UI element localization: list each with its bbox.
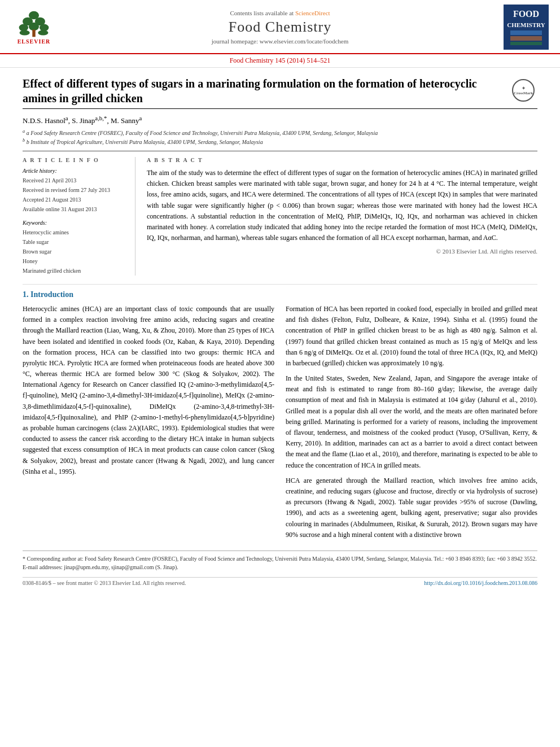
crossmark-logo: ✦ CrossMark — [509, 76, 537, 104]
abstract-col: A B S T R A C T The aim of the study was… — [147, 157, 537, 276]
sciencedirect-link[interactable]: ScienceDirect — [295, 10, 330, 16]
logo-chemistry-text: CHEMISTRY — [507, 21, 545, 29]
sup-a: a — [65, 115, 68, 121]
copyright-line: © 2013 Elsevier Ltd. All rights reserved… — [147, 248, 537, 255]
svg-point-4 — [29, 22, 39, 30]
header-left: ELSEVIER — [11, 5, 56, 50]
svg-point-8 — [38, 30, 48, 35]
sciencedirect-line: Contents lists available at ScienceDirec… — [230, 10, 330, 16]
logo-decoration-icon — [509, 29, 543, 46]
article-info-label: A R T I C L E I N F O — [23, 157, 126, 163]
abstract-text: The aim of the study was to determine th… — [147, 168, 537, 243]
keywords-section: Keywords: Heterocyclic amines Table suga… — [23, 220, 126, 276]
history-label: Article history: — [23, 168, 126, 174]
sup-a2: a — [139, 115, 142, 121]
body-para-r2: In the United States, Sweden, New Zealan… — [286, 373, 537, 471]
svg-rect-11 — [510, 42, 542, 45]
author-hasnol: N.D.S. Hasnola — [23, 116, 68, 125]
keyword-2: Table sugar — [23, 237, 126, 247]
keyword-1: Heterocyclic amines — [23, 228, 126, 237]
history-group: Article history: Received 21 April 2013 … — [23, 168, 126, 214]
crossmark-icon: ✦ CrossMark — [512, 79, 535, 102]
svg-rect-6 — [32, 29, 35, 37]
elsevier-tree-icon — [17, 10, 51, 38]
footnote-email: E-mail addresses: jinap@upm.edu.my, sjin… — [23, 563, 537, 571]
revised-date: Received in revised form 27 July 2013 — [23, 185, 126, 195]
food-chemistry-logo: FOOD CHEMISTRY — [504, 5, 549, 50]
journal-homepage: journal homepage: www.elsevier.com/locat… — [212, 38, 348, 45]
body-left-col: Heterocyclic amines (HCA) are an importa… — [23, 304, 274, 545]
affiliation-a: a a Food Safety Research Centre (FOSREC)… — [23, 129, 537, 136]
section-title: Introduction — [30, 290, 73, 299]
journal-title-main: Food Chemistry — [229, 19, 331, 36]
bottom-bar: 0308-8146/$ – see front matter © 2013 El… — [23, 577, 537, 586]
author-jinap: S. Jinapa,b,* — [72, 116, 107, 125]
body-para-1: Heterocyclic amines (HCA) are an importa… — [23, 304, 274, 477]
body-right-col: Formation of HCA has been reported in co… — [286, 304, 537, 545]
article-title-section: Effect of different types of sugars in a… — [23, 76, 537, 109]
sup-ab: a,b,* — [95, 115, 107, 121]
abstract-label: A B S T R A C T — [147, 157, 537, 163]
dates-block: Received 21 April 2013 Received in revis… — [23, 176, 126, 214]
citation-text: Food Chemistry 145 (2014) 514–521 — [230, 56, 331, 64]
header-right: FOOD CHEMISTRY — [504, 5, 549, 50]
logo-food-text: FOOD — [513, 8, 539, 20]
elsevier-logo: ELSEVIER — [11, 10, 56, 45]
email-link-1[interactable]: jinap@upm.edu.my — [64, 564, 108, 570]
accepted-date: Accepted 21 August 2013 — [23, 195, 126, 204]
issn-text: 0308-8146/$ – see front matter © 2013 El… — [23, 580, 186, 586]
svg-point-7 — [20, 30, 30, 35]
keyword-4: Honey — [23, 256, 126, 266]
header-center: Contents lists available at ScienceDirec… — [56, 5, 504, 50]
email-link-2[interactable]: sjinap@gmail.com — [111, 564, 154, 570]
article-info-col: A R T I C L E I N F O Article history: R… — [23, 157, 135, 276]
elsevier-text: ELSEVIER — [18, 38, 51, 45]
svg-point-5 — [40, 24, 49, 31]
body-para-r1: Formation of HCA has been reported in co… — [286, 304, 537, 369]
keywords-label: Keywords: — [23, 220, 126, 226]
main-content: Effect of different types of sugars in a… — [0, 68, 560, 595]
available-online-date: Available online 31 August 2013 — [23, 204, 126, 214]
svg-point-3 — [19, 24, 28, 31]
footnote-section: * Corresponding author at: Food Safety R… — [23, 551, 537, 571]
svg-rect-9 — [510, 30, 542, 35]
article-title: Effect of different types of sugars in a… — [23, 76, 509, 106]
article-info-abstract: A R T I C L E I N F O Article history: R… — [23, 151, 537, 276]
body-para-r3: HCA are generated through the Maillard r… — [286, 475, 537, 540]
journal-header: ELSEVIER Contents lists available at Sci… — [0, 0, 560, 54]
authors-line: N.D.S. Hasnola, S. Jinapa,b,*, M. Sannya — [23, 115, 537, 125]
citation-bar: Food Chemistry 145 (2014) 514–521 — [0, 54, 560, 68]
keyword-5: Marinated grilled chicken — [23, 266, 126, 276]
doi-link[interactable]: http://dx.doi.org/10.1016/j.foodchem.201… — [424, 580, 537, 586]
received-date: Received 21 April 2013 — [23, 176, 126, 185]
body-two-col: Heterocyclic amines (HCA) are an importa… — [23, 304, 537, 545]
affiliations: a a Food Safety Research Centre (FOSREC)… — [23, 129, 537, 145]
page: ELSEVIER Contents lists available at Sci… — [0, 0, 560, 747]
keyword-3: Brown sugar — [23, 247, 126, 256]
intro-heading: 1. Introduction — [23, 290, 537, 299]
section-number: 1. — [23, 290, 29, 299]
body-section-intro: 1. Introduction Heterocyclic amines (HCA… — [23, 284, 537, 545]
svg-rect-10 — [510, 36, 542, 41]
affiliation-b: b b Institute of Tropical Agriculture, U… — [23, 138, 537, 145]
author-sanny: M. Sannya — [111, 116, 142, 125]
footnote-star: * Corresponding author at: Food Safety R… — [23, 554, 537, 563]
